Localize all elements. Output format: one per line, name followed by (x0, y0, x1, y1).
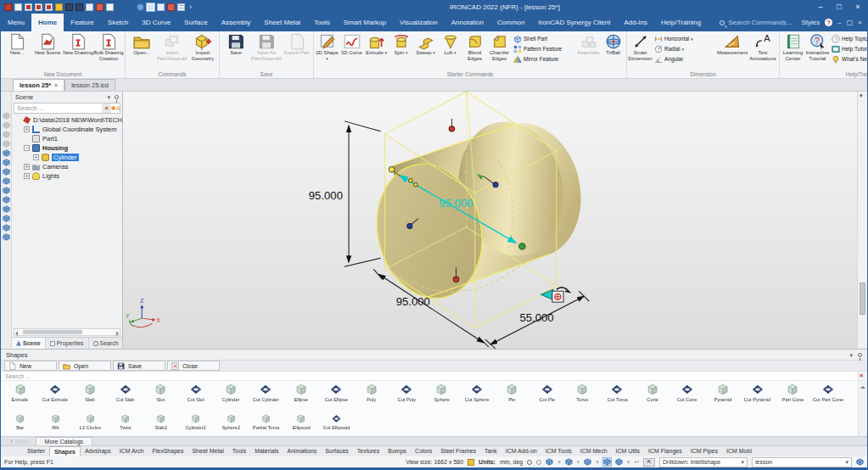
item-icm-tools[interactable]: ICM Tools (541, 446, 576, 456)
ribbon-button-export-part[interactable]: Export Part (282, 32, 312, 70)
scrollbar-thumb[interactable] (860, 283, 865, 315)
item-poly[interactable]: Poly (354, 383, 389, 402)
panel-menu-icon[interactable] (107, 93, 110, 101)
panel-menu-icon[interactable] (849, 351, 853, 359)
item-bar[interactable]: Bar (3, 413, 37, 430)
ribbon-button-help-tutorials[interactable]: Help Tutorials (832, 44, 867, 53)
item-new[interactable]: New (4, 361, 57, 371)
item-properties[interactable]: Properties (46, 338, 89, 349)
item-ironcad-synergy-client[interactable]: IronCAD Synergy Client (531, 14, 617, 31)
zoom-icon[interactable] (527, 460, 532, 465)
qat-visualization-icon[interactable] (147, 3, 154, 11)
catalog-scrollbar[interactable] (858, 381, 867, 436)
viewport-canvas[interactable]: 95.000 (123, 92, 857, 349)
cube-tool-icon-10[interactable] (3, 196, 10, 204)
qat-search-icon[interactable] (106, 3, 114, 11)
item-icm-add-on[interactable]: ICM Add-on (501, 446, 541, 456)
catalog-search-input[interactable]: Search ... × (1, 372, 867, 381)
ribbon-button-what-s-new[interactable]: What's New (832, 54, 867, 64)
tree-item-d-data-2018-new-word-tech-net[interactable]: D:\data\2018 NEW\Word\TECH-NET (12, 115, 122, 125)
expand-icon[interactable]: + (24, 164, 30, 170)
item-visualization[interactable]: Visualization (393, 14, 445, 31)
ribbon-button-save[interactable]: Save (221, 32, 251, 70)
cube-tool-icon-5[interactable] (3, 149, 10, 157)
tree-hscrollbar[interactable] (14, 328, 120, 336)
qat-open-icon[interactable] (55, 3, 63, 11)
item-save[interactable]: Save (113, 361, 165, 371)
expand-icon[interactable]: + (24, 173, 30, 179)
item-flexshapes[interactable]: FlexShapes (148, 446, 188, 456)
ribbon-button-insert-part-assembly[interactable]: Insert Part/Assembly (157, 32, 188, 70)
item-cut-cone[interactable]: Cut Cone (669, 383, 704, 402)
qat-new-drawing-icon[interactable] (35, 3, 42, 11)
item-lesson-25-icd[interactable]: lesson 25.icd (64, 79, 115, 91)
qat-new-scene-icon[interactable] (25, 3, 32, 11)
item-extrude[interactable]: Extrude (3, 383, 37, 402)
item-open[interactable]: Open (59, 361, 111, 371)
undo-view-icon[interactable]: ↩ (634, 459, 639, 466)
ribbon-button-save-as-part-assembly[interactable]: Save As Part/Assembly... (251, 32, 282, 70)
shaded-view-icon[interactable] (603, 458, 611, 466)
ribbon-close-icon[interactable]: × (858, 19, 862, 26)
maximize-button[interactable] (830, 0, 848, 14)
ribbon-button-new-drawing[interactable]: New Drawing (63, 32, 93, 70)
item-sketch[interactable]: Sketch (101, 14, 135, 31)
zoom-window-icon[interactable] (536, 460, 541, 465)
item-home[interactable]: Home (31, 14, 64, 31)
camera-view-icon[interactable] (565, 458, 573, 466)
ribbon-button-new-scene[interactable]: New Scene (32, 32, 63, 70)
tree-item-lights[interactable]: + Lights (12, 171, 122, 181)
tree-item-part1[interactable]: Part1 (12, 134, 122, 143)
qat-notes-icon[interactable] (157, 3, 165, 11)
ribbon-button-extrude[interactable]: Extrude ▾ (364, 32, 389, 70)
cube-tool-icon-7[interactable] (3, 168, 10, 176)
item-add-ins[interactable]: Add-Ins (617, 14, 654, 31)
scene-search-input[interactable]: Search ... × ✱A (14, 103, 120, 114)
item-assembly[interactable]: Assembly (215, 14, 258, 31)
panel-pin-icon[interactable] (115, 95, 119, 99)
item-cylinder2[interactable]: Cylinder2 (178, 413, 213, 430)
config-icon[interactable] (856, 458, 864, 466)
qat-new-icon[interactable] (14, 3, 22, 11)
item-feature[interactable]: Feature (64, 14, 101, 31)
tab-close-icon[interactable]: × (54, 82, 58, 88)
ribbon-button-2d-shape[interactable]: 2D Shape ▾ (315, 32, 339, 70)
qat-bulk-drawing-icon[interactable] (45, 3, 53, 11)
item-sphere[interactable]: Sphere (424, 383, 459, 402)
perspective-icon[interactable] (615, 458, 623, 466)
expand-icon[interactable] (14, 117, 20, 123)
ribbon-button-horizontal[interactable]: Horizontal ▾ (654, 34, 715, 43)
item-cylinder[interactable]: Cylinder (213, 383, 248, 402)
ribbon-button-radial[interactable]: Radial ▾ (654, 44, 715, 53)
item-icm-flanges[interactable]: ICM Flanges (644, 446, 686, 456)
ribbon-button-loft[interactable]: Loft ▾ (438, 32, 462, 70)
ribbon-button-import-geometry[interactable]: Import Geometry (188, 32, 218, 70)
collapse-panel-icon[interactable]: ▾ (860, 92, 863, 99)
item-colors[interactable]: Colors (411, 446, 436, 456)
item-rib[interactable]: Rib (37, 413, 72, 430)
cube-tool-icon-3[interactable] (3, 131, 10, 138)
item-icm-pipes[interactable]: ICM Pipes (686, 446, 722, 456)
item-torus[interactable]: Torus (564, 383, 599, 402)
item-pie[interactable]: Pie (494, 383, 529, 402)
item-cut-poly[interactable]: Cut Poly (389, 383, 423, 402)
item-cut-cylinder[interactable]: Cut Cylinder (249, 383, 283, 402)
qat-render-icon[interactable] (96, 3, 104, 11)
item-icm-arch[interactable]: ICM Arch (115, 446, 148, 456)
item-menu[interactable]: Menu (1, 14, 31, 31)
item-tools[interactable]: Tools (307, 14, 337, 31)
clear-search-icon[interactable]: × (857, 372, 865, 380)
item-cut-ellipse[interactable]: Cut Ellipse (319, 383, 354, 402)
item-cut-slot[interactable]: Cut Slot (178, 383, 213, 402)
cube-tool-icon-12[interactable] (3, 215, 10, 222)
styles-menu[interactable]: Styles (802, 19, 820, 26)
app-logo-icon[interactable] (4, 3, 12, 11)
ribbon-button-bulk-drawing-creation[interactable]: Bulk Drawing Creation (93, 32, 124, 70)
qat-customize-icon[interactable] (188, 3, 195, 11)
ribbon-button-text-annotations[interactable]: Text Annotations (748, 32, 778, 70)
cube-tool-icon-8[interactable] (3, 177, 10, 185)
item-textures[interactable]: Textures (353, 446, 384, 456)
ribbon-button-measurement[interactable]: Measurement (717, 32, 748, 70)
cube-tool-icon-14[interactable] (3, 233, 10, 241)
cube-tool-icon-13[interactable] (3, 224, 10, 232)
